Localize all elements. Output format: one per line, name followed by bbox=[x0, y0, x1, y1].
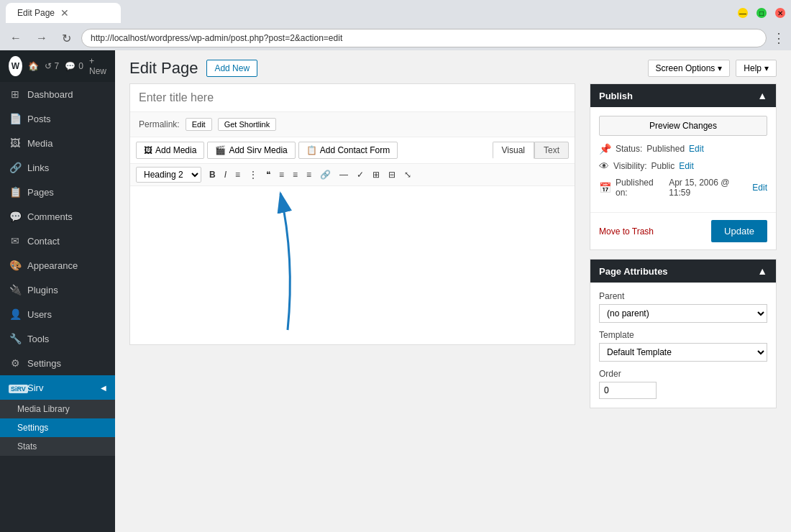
browser-toolbar: ← → ↻ ⋮ bbox=[0, 26, 791, 50]
sidebar-item-contact[interactable]: ✉ Contact bbox=[0, 229, 115, 253]
sidebar-item-sirv-settings[interactable]: Settings bbox=[0, 418, 115, 437]
permalink-edit-button[interactable]: Edit bbox=[186, 118, 212, 131]
screen-options-label: Screen Options bbox=[656, 63, 715, 73]
sidebar-item-sirv-media-library[interactable]: Media Library bbox=[0, 400, 115, 418]
publish-panel-header[interactable]: Publish ▲ bbox=[590, 84, 776, 107]
italic-button[interactable]: I bbox=[221, 168, 230, 182]
unordered-list-button[interactable]: ≡ bbox=[232, 168, 244, 182]
insert-hr-button[interactable]: — bbox=[336, 168, 352, 182]
bold-button[interactable]: B bbox=[206, 168, 219, 182]
sidebar-item-label: Settings bbox=[27, 358, 61, 369]
add-new-button[interactable]: Add New bbox=[206, 60, 257, 77]
maximize-btn[interactable]: □ bbox=[756, 8, 767, 18]
contact-icon: ✉ bbox=[9, 235, 22, 247]
comments-icon: 💬 bbox=[65, 61, 76, 71]
close-btn[interactable]: ✕ bbox=[775, 8, 785, 18]
sidebar-item-settings[interactable]: ⚙ Settings bbox=[0, 351, 115, 375]
table-button[interactable]: ⊞ bbox=[369, 168, 383, 182]
sidebar-item-pages[interactable]: 📋 Pages bbox=[0, 180, 115, 204]
admin-bar-new[interactable]: + New bbox=[89, 56, 106, 76]
visual-tab[interactable]: Visual bbox=[493, 142, 534, 159]
browser-titlebar: Edit Page ✕ — □ ✕ bbox=[0, 0, 791, 26]
admin-bar-updates[interactable]: ↺ 7 bbox=[45, 61, 60, 71]
align-center-button[interactable]: ≡ bbox=[289, 168, 301, 182]
get-shortlink-button[interactable]: Get Shortlink bbox=[218, 118, 277, 131]
page-attributes-body: Parent (no parent) Template Default Temp… bbox=[590, 283, 776, 408]
sidebar-item-sirv[interactable]: SiRV Sirv ◀ bbox=[0, 375, 115, 400]
sidebar-item-comments[interactable]: 💬 Comments bbox=[0, 204, 115, 229]
pin-icon: 📌 bbox=[599, 143, 611, 155]
browser-tab[interactable]: Edit Page ✕ bbox=[6, 3, 121, 23]
more-options-btn[interactable]: ⋮ bbox=[772, 30, 785, 46]
sidebar-item-label: Pages bbox=[27, 187, 54, 198]
table2-button[interactable]: ⊟ bbox=[385, 168, 399, 182]
template-select[interactable]: Default Template bbox=[599, 343, 767, 362]
add-media-button[interactable]: 🖼 Add Media bbox=[136, 142, 204, 159]
sidebar-item-posts[interactable]: 📄 Posts bbox=[0, 106, 115, 131]
tab-title: Edit Page bbox=[17, 8, 55, 18]
sidebar-item-label: Plugins bbox=[27, 285, 58, 295]
add-contact-form-button[interactable]: 📋 Add Contact Form bbox=[298, 142, 398, 159]
sidebar-item-sirv-stats[interactable]: Stats bbox=[0, 437, 115, 456]
back-btn[interactable]: ← bbox=[6, 30, 26, 46]
tab-close-btn[interactable]: ✕ bbox=[60, 7, 69, 19]
permalink-bar: Permalink: Edit Get Shortlink bbox=[130, 112, 575, 137]
admin-bar-comments[interactable]: 💬 0 bbox=[65, 61, 83, 71]
sidebar-item-dashboard[interactable]: ⊞ Dashboard bbox=[0, 82, 115, 106]
blockquote-button[interactable]: ❝ bbox=[262, 168, 274, 182]
admin-bar-home[interactable]: 🏠 bbox=[28, 61, 39, 71]
posts-icon: 📄 bbox=[9, 113, 22, 124]
fullscreen-button[interactable]: ⤡ bbox=[401, 168, 415, 182]
visibility-row: 👁 Visibility: Public Edit bbox=[599, 160, 767, 172]
format-select[interactable]: Heading 2 Heading 1 Paragraph bbox=[136, 167, 201, 183]
address-bar[interactable] bbox=[81, 29, 767, 47]
right-panel: Publish ▲ Preview Changes 📌 Status: Publ… bbox=[590, 83, 791, 532]
page-attributes-header[interactable]: Page Attributes ▲ bbox=[590, 260, 776, 283]
align-right-button[interactable]: ≡ bbox=[303, 168, 315, 182]
move-to-trash-link[interactable]: Move to Trash bbox=[599, 226, 654, 237]
media-library-label: Media Library bbox=[17, 404, 70, 414]
calendar-icon: 📅 bbox=[599, 182, 611, 193]
sidebar-item-label: Posts bbox=[27, 114, 51, 124]
minimize-btn[interactable]: — bbox=[738, 8, 748, 18]
post-title-input[interactable] bbox=[130, 84, 575, 112]
published-row: 📅 Published on: Apr 15, 2006 @ 11:59 Edi… bbox=[599, 178, 767, 198]
align-left-button[interactable]: ≡ bbox=[275, 168, 288, 182]
wp-logo[interactable]: W bbox=[9, 56, 22, 76]
sidebar-item-users[interactable]: 👤 Users bbox=[0, 302, 115, 326]
screen-options-button[interactable]: Screen Options ▾ bbox=[648, 60, 731, 77]
text-tab[interactable]: Text bbox=[534, 142, 569, 159]
collapse-arrow-icon: ◀ bbox=[101, 384, 106, 392]
spell-check-button[interactable]: ✓ bbox=[353, 168, 367, 182]
order-input[interactable] bbox=[599, 382, 657, 399]
parent-select[interactable]: (no parent) bbox=[599, 304, 767, 323]
preview-changes-button[interactable]: Preview Changes bbox=[599, 116, 767, 136]
reload-btn[interactable]: ↻ bbox=[58, 30, 76, 47]
order-label: Order bbox=[599, 369, 767, 379]
help-button[interactable]: Help ▾ bbox=[736, 60, 777, 77]
admin-bar: W 🏠 ↺ 7 💬 0 + New bbox=[0, 50, 115, 82]
sidebar-item-plugins[interactable]: 🔌 Plugins bbox=[0, 278, 115, 302]
sidebar-item-media[interactable]: 🖼 Media bbox=[0, 131, 115, 155]
sidebar-item-label: Tools bbox=[27, 334, 49, 344]
add-sirv-media-button[interactable]: 🎬 Add Sirv Media bbox=[207, 142, 295, 159]
sidebar-item-label: Dashboard bbox=[27, 89, 73, 100]
sidebar-item-tools[interactable]: 🔧 Tools bbox=[0, 326, 115, 351]
ordered-list-button[interactable]: ⋮ bbox=[245, 168, 261, 182]
forward-btn[interactable]: → bbox=[32, 30, 52, 46]
sidebar-sirv-label: Sirv bbox=[27, 382, 43, 393]
sidebar-item-links[interactable]: 🔗 Links bbox=[0, 155, 115, 180]
visibility-edit-link[interactable]: Edit bbox=[679, 161, 694, 171]
sidebar-item-label: Links bbox=[27, 162, 49, 173]
editor-body[interactable] bbox=[130, 186, 575, 344]
update-button[interactable]: Update bbox=[711, 220, 767, 242]
status-edit-link[interactable]: Edit bbox=[689, 144, 704, 154]
editor-toolbar-row2: Heading 2 Heading 1 Paragraph B I ≡ ⋮ ❝ … bbox=[130, 164, 575, 186]
published-edit-link[interactable]: Edit bbox=[752, 183, 767, 193]
insert-link-button[interactable]: 🔗 bbox=[316, 168, 334, 182]
appearance-icon: 🎨 bbox=[9, 260, 22, 271]
sidebar-item-appearance[interactable]: 🎨 Appearance bbox=[0, 253, 115, 278]
page-attributes-title: Page Attributes bbox=[599, 266, 668, 277]
page-attributes-panel: Page Attributes ▲ Parent (no parent) Tem… bbox=[590, 259, 777, 408]
dashboard-icon: ⊞ bbox=[9, 88, 22, 100]
